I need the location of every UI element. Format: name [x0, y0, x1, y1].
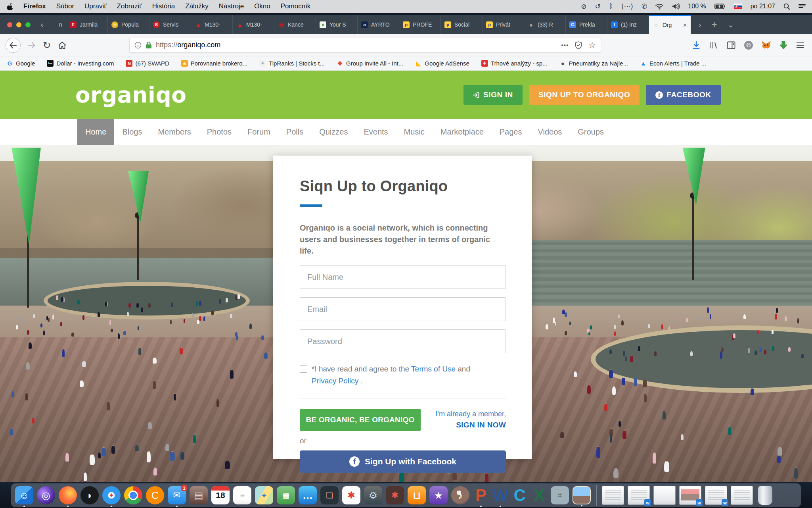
- dock-icon-commander[interactable]: C: [146, 486, 164, 504]
- forward-button[interactable]: [28, 42, 36, 49]
- dock-icon-books[interactable]: ⊔: [408, 486, 426, 504]
- minimized-window-thumbnail[interactable]: [653, 486, 676, 505]
- dock-icon-firefox[interactable]: [59, 486, 77, 504]
- reload-button[interactable]: ↻: [43, 40, 51, 51]
- dock-icon-c-app[interactable]: C: [512, 486, 528, 504]
- nav-item-quizzes[interactable]: Quizzes: [311, 119, 356, 145]
- dock-icon-star-app[interactable]: ★: [429, 486, 448, 504]
- url-bar[interactable]: https://organiqo.com ••• ☆: [129, 38, 601, 53]
- menu-subor[interactable]: Súbor: [51, 2, 79, 10]
- dnd-icon[interactable]: ⊘: [581, 2, 586, 11]
- nav-item-videos[interactable]: Videos: [530, 119, 570, 145]
- bookmark-star-icon[interactable]: ☆: [588, 40, 596, 50]
- privacy-policy-link[interactable]: Privacy Policy: [312, 377, 358, 385]
- tab-close-icon[interactable]: ✕: [683, 22, 687, 28]
- nav-item-music[interactable]: Music: [396, 119, 433, 145]
- metamask-fox-icon[interactable]: [762, 41, 771, 49]
- bluetooth-icon[interactable]: ᛒ: [609, 2, 613, 10]
- dock-icon-display-util[interactable]: ⌗: [551, 486, 569, 504]
- nav-item-home[interactable]: Home: [77, 119, 114, 145]
- spotlight-icon[interactable]: [783, 3, 790, 10]
- dock-icon-journal[interactable]: ▤: [190, 486, 208, 504]
- url-text[interactable]: https://organiqo.com: [156, 41, 557, 49]
- bookmark-pneumatiky[interactable]: ● Pneumatiky za Najle...: [559, 60, 628, 67]
- minimized-window-thumbnail[interactable]: [602, 486, 624, 505]
- tab-organiqo[interactable]: ◌ Org ✕: [649, 15, 691, 34]
- tab-ayrto[interactable]: a AYRTO: [358, 15, 399, 34]
- nav-item-blogs[interactable]: Blogs: [114, 119, 150, 145]
- bookmark-tipranks[interactable]: ✦ TipRanks | Stocks t...: [259, 60, 325, 67]
- header-sign-in-button[interactable]: SIGN IN: [463, 85, 523, 105]
- menu-pomocnik[interactable]: Pomocník: [276, 2, 316, 10]
- dock-icon-calendar[interactable]: 18: [211, 486, 230, 504]
- tab-1-inz[interactable]: f (1) Inz: [607, 15, 649, 34]
- tab-profesia[interactable]: p PROFE: [399, 15, 441, 34]
- tab-33-r[interactable]: ● (33) R: [524, 15, 566, 34]
- wifi-icon[interactable]: [655, 4, 663, 10]
- library-icon[interactable]: [709, 41, 718, 50]
- dock-icon-acrobat[interactable]: ✱: [342, 486, 360, 504]
- tab-preklad[interactable]: G Prekla: [566, 15, 607, 34]
- minimized-window-thumbnail[interactable]: w: [628, 486, 650, 505]
- downloads-icon[interactable]: [692, 41, 701, 50]
- bookmark-porovnanie[interactable]: ılı Porovnanie brokero...: [181, 60, 247, 67]
- minimized-window-thumbnail[interactable]: w: [705, 486, 727, 505]
- menu-zalozky[interactable]: Záložky: [180, 2, 214, 10]
- be-organic-button[interactable]: BE ORGANIC, BE ORGANIQO: [300, 409, 421, 431]
- list-all-tabs-button[interactable]: ⌄: [728, 20, 734, 29]
- battery-icon[interactable]: [714, 4, 726, 9]
- minimized-window-thumbnail[interactable]: w: [679, 486, 701, 505]
- protection-shield-icon[interactable]: [575, 41, 582, 49]
- nav-item-marketplace[interactable]: Marketplace: [433, 119, 492, 145]
- scroll-tabs-left-button[interactable]: ‹: [36, 15, 48, 34]
- terms-of-use-link[interactable]: Terms of Use: [411, 365, 456, 373]
- menu-zobrazit[interactable]: Zobraziť: [112, 2, 147, 10]
- tab-m130-a[interactable]: ▲ M130-: [191, 15, 233, 34]
- back-button[interactable]: [6, 38, 21, 53]
- nav-item-groups[interactable]: Groups: [570, 119, 612, 145]
- tab-jarmila[interactable]: E Jarmila: [66, 15, 108, 34]
- nav-item-pages[interactable]: Pages: [492, 119, 530, 145]
- menu-nastroje[interactable]: Nástroje: [214, 2, 249, 10]
- tab-your-s[interactable]: ● Your S: [316, 15, 358, 34]
- bookmark-google[interactable]: G Google: [6, 60, 35, 67]
- phone-icon[interactable]: ✆: [642, 2, 647, 11]
- https-lock-icon[interactable]: [146, 41, 152, 49]
- dock-icon-stacks[interactable]: ▦: [277, 486, 295, 504]
- zoom-window-button[interactable]: [25, 22, 31, 27]
- agree-checkbox[interactable]: [300, 365, 307, 373]
- bookmark-econ-alerts[interactable]: ▲ Econ Alerts | Trade ...: [640, 60, 706, 67]
- clock[interactable]: po 21:07: [751, 3, 775, 10]
- password-field[interactable]: [300, 329, 506, 353]
- sidebar-icon[interactable]: [727, 41, 735, 49]
- dock-icon-finder[interactable]: ☺: [15, 486, 33, 504]
- dock-icon-notes[interactable]: ≡: [233, 486, 251, 504]
- bookmark-investing[interactable]: Inv Dollar - Investing.com: [47, 60, 114, 67]
- dock-icon-reader[interactable]: ✱: [386, 486, 404, 504]
- dock-icon-picture[interactable]: [573, 486, 591, 504]
- header-sign-up-button[interactable]: SIQN UP TO ORGANIQO: [529, 85, 640, 105]
- minimized-window-thumbnail[interactable]: [731, 486, 753, 505]
- volume-icon[interactable]: [672, 3, 680, 10]
- dock-icon-word[interactable]: W: [492, 486, 508, 504]
- down-arrow-extension-icon[interactable]: [779, 41, 787, 50]
- site-logo[interactable]: organiqo: [75, 82, 187, 108]
- time-machine-icon[interactable]: ↺: [595, 2, 600, 11]
- notification-center-icon[interactable]: [799, 4, 806, 9]
- nav-item-photos[interactable]: Photos: [199, 119, 239, 145]
- nav-item-members[interactable]: Members: [150, 119, 199, 145]
- tab-kontakt[interactable]: ntak: [48, 15, 66, 34]
- bookmark-group-invite[interactable]: ❖ Group Invite All - Int...: [337, 60, 403, 67]
- facebook-signup-button[interactable]: f Sign Up with Facebook: [300, 450, 506, 473]
- xcode-status-icon[interactable]: ⟨⋯⟩: [621, 2, 633, 11]
- scroll-tabs-right-button[interactable]: ›: [699, 20, 701, 29]
- language-flag-icon[interactable]: [734, 4, 742, 9]
- menu-okno[interactable]: Okno: [249, 2, 276, 10]
- site-info-icon[interactable]: [134, 42, 142, 49]
- dock-icon-excel[interactable]: X: [531, 486, 547, 504]
- header-facebook-button[interactable]: f FACEBOOK: [646, 85, 720, 105]
- sign-in-now-link[interactable]: SIGN IN NOW: [456, 421, 506, 429]
- menu-historia[interactable]: História: [147, 2, 180, 10]
- dock-icon-siri[interactable]: ◎: [37, 486, 55, 504]
- close-window-button[interactable]: [7, 22, 12, 27]
